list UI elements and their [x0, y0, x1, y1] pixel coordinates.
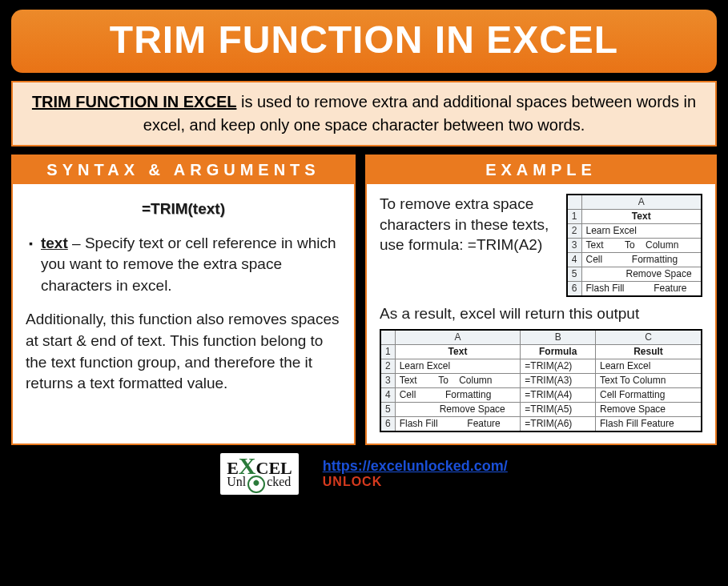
t2-r3c: Remove Space — [595, 402, 702, 416]
t1-r3: Remove Space — [581, 267, 702, 281]
t1-r1: Text To Column — [581, 238, 702, 252]
example-body: To remove extra space characters in thes… — [367, 184, 715, 444]
col-c2: C — [595, 330, 702, 344]
example-result-text: As a result, excel will return this outp… — [380, 303, 702, 325]
columns: SYNTAX & ARGUMENTS =TRIM(text) text – Sp… — [11, 155, 717, 445]
t2-h-a: Text — [395, 344, 521, 359]
syntax-formula: =TRIM(text) — [26, 199, 341, 220]
t2-r1c: Text To Column — [595, 373, 702, 387]
t2-r0a: Learn Excel — [395, 359, 521, 373]
example-table-input: A 1Text 2Learn Excel 3Text To Column 4Ce… — [566, 194, 702, 297]
col-a2: A — [395, 330, 521, 344]
t1-r2: Cell Formatting — [581, 252, 702, 267]
example-panel: EXAMPLE To remove extra space characters… — [365, 155, 717, 445]
example-table-output: A B C 1 Text Formula Result 2Learn Excel… — [380, 329, 702, 432]
t2-r3a: Remove Space — [395, 402, 521, 416]
col-a: A — [581, 195, 702, 209]
t2-r4a: Flash Fill Feature — [395, 416, 521, 431]
col-b2: B — [521, 330, 596, 344]
footer: EXCEL Unlcked https://excelunlocked.com/… — [11, 450, 717, 498]
syntax-heading: SYNTAX & ARGUMENTS — [13, 156, 354, 184]
footer-url[interactable]: https://excelunlocked.com/ — [323, 458, 508, 475]
example-intro-text: To remove extra space characters in thes… — [380, 194, 558, 297]
t2-r0b: =TRIM(A2) — [521, 359, 596, 373]
syntax-body: =TRIM(text) text – Specify text or cell … — [13, 184, 354, 406]
arg-name: text — [41, 235, 68, 251]
example-heading: EXAMPLE — [367, 156, 715, 184]
t2-r1b: =TRIM(A3) — [521, 373, 596, 387]
t2-r3b: =TRIM(A5) — [521, 402, 596, 416]
t1-header: Text — [581, 209, 702, 223]
footer-links: https://excelunlocked.com/ UNLOCK — [323, 458, 508, 489]
t2-r0c: Learn Excel — [595, 359, 702, 373]
t2-h-c: Result — [595, 344, 702, 359]
arg-desc: – Specify text or cell reference in whic… — [41, 235, 336, 294]
syntax-panel: SYNTAX & ARGUMENTS =TRIM(text) text – Sp… — [11, 155, 356, 445]
intro-box: TRIM FUNCTION IN EXCEL is used to remove… — [11, 81, 717, 146]
t2-r4b: =TRIM(A6) — [521, 416, 596, 431]
logo: EXCEL Unlcked — [220, 453, 299, 495]
page-title: TRIM FUNCTION IN EXCEL — [11, 10, 717, 73]
t1-r0: Learn Excel — [581, 223, 702, 238]
footer-unlock: UNLOCK — [323, 475, 508, 489]
intro-strong: TRIM FUNCTION IN EXCEL — [32, 93, 237, 110]
t2-r1a: Text To Column — [395, 373, 521, 387]
t2-r2c: Cell Formatting — [595, 387, 702, 402]
t2-r4c: Flash Fill Feature — [595, 416, 702, 431]
syntax-argument: text – Specify text or cell reference in… — [26, 233, 341, 297]
t2-r2a: Cell Formatting — [395, 387, 521, 402]
t2-h-b: Formula — [521, 344, 596, 359]
keyhole-icon — [247, 476, 265, 493]
t1-r4: Flash Fill Feature — [581, 281, 702, 295]
t2-r2b: =TRIM(A4) — [521, 387, 596, 402]
syntax-paragraph: Additionally, this function also removes… — [26, 309, 341, 394]
